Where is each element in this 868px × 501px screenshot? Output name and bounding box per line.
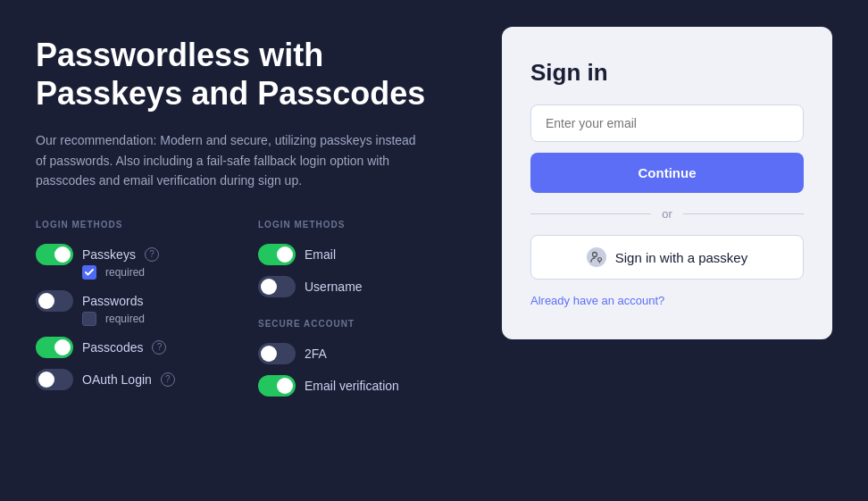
passkeys-required-label: required bbox=[105, 266, 145, 279]
passcodes-label: Passcodes bbox=[82, 340, 143, 355]
svg-point-0 bbox=[592, 253, 597, 257]
passkey-button[interactable]: Sign in with a passkey bbox=[530, 235, 804, 280]
passwords-group: Passwords required bbox=[36, 290, 244, 326]
oauth-label: OAuth Login bbox=[82, 372, 152, 387]
sign-in-title: Sign in bbox=[530, 59, 804, 87]
or-divider: or bbox=[530, 207, 804, 221]
2fa-toggle[interactable] bbox=[258, 343, 296, 364]
oauth-toggle[interactable] bbox=[36, 369, 73, 390]
continue-button[interactable]: Continue bbox=[530, 153, 804, 193]
email-verification-toggle[interactable] bbox=[258, 375, 296, 397]
passcodes-row: Passcodes ? bbox=[36, 337, 244, 358]
passwords-required-checkbox[interactable] bbox=[82, 312, 96, 326]
right-panel: Sign in Continue or Sign in with a p bbox=[502, 27, 832, 339]
email-label: Email bbox=[305, 247, 336, 262]
section-label-2: LOGIN METHODS bbox=[258, 220, 466, 230]
passcodes-help-icon[interactable]: ? bbox=[152, 340, 166, 355]
left-panel: Passwordless with Passkeys and Passcodes… bbox=[36, 27, 466, 397]
passkey-button-label: Sign in with a passkey bbox=[615, 250, 747, 265]
already-account-link[interactable]: Already have an account? bbox=[530, 294, 804, 307]
secure-account-label: SECURE ACCOUNT bbox=[258, 319, 466, 329]
login-methods-section-1: LOGIN METHODS Passkeys ? required bbox=[36, 220, 244, 397]
email-verification-label: Email verification bbox=[305, 379, 399, 393]
passkey-icon bbox=[587, 247, 606, 267]
email-input[interactable] bbox=[530, 104, 804, 142]
passcodes-toggle[interactable] bbox=[36, 337, 73, 358]
passkeys-label: Passkeys bbox=[82, 247, 136, 262]
page-layout: Passwordless with Passkeys and Passcodes… bbox=[36, 27, 832, 397]
passkeys-help-icon[interactable]: ? bbox=[145, 247, 159, 262]
username-row: Username bbox=[258, 276, 466, 297]
email-verification-row: Email verification bbox=[258, 375, 466, 397]
divider-line-left bbox=[530, 213, 651, 214]
description: Our recommendation: Modern and secure, u… bbox=[36, 130, 429, 190]
username-label: Username bbox=[305, 280, 363, 294]
passwords-row: Passwords bbox=[36, 290, 244, 312]
login-methods-grid: LOGIN METHODS Passkeys ? required bbox=[36, 220, 466, 397]
passkeys-group: Passkeys ? required bbox=[36, 244, 244, 280]
main-title: Passwordless with Passkeys and Passcodes bbox=[36, 36, 466, 113]
divider-line-right bbox=[683, 213, 804, 214]
passkeys-toggle[interactable] bbox=[36, 244, 73, 265]
2fa-row: 2FA bbox=[258, 343, 466, 364]
username-toggle[interactable] bbox=[258, 276, 296, 297]
oauth-help-icon[interactable]: ? bbox=[161, 372, 175, 387]
email-row: Email bbox=[258, 244, 466, 265]
login-methods-section-2: LOGIN METHODS Email Username SECURE ACCO… bbox=[258, 220, 466, 397]
section-label-1: LOGIN METHODS bbox=[36, 220, 244, 230]
passkeys-required-checkbox[interactable] bbox=[82, 265, 96, 280]
passwords-label: Passwords bbox=[82, 294, 143, 308]
passwords-sub-row: required bbox=[82, 312, 244, 326]
or-text: or bbox=[662, 207, 672, 221]
email-toggle[interactable] bbox=[258, 244, 296, 265]
2fa-label: 2FA bbox=[305, 347, 327, 361]
passwords-required-label: required bbox=[105, 313, 145, 325]
oauth-row: OAuth Login ? bbox=[36, 369, 244, 390]
passkeys-row: Passkeys ? bbox=[36, 244, 244, 265]
svg-point-1 bbox=[597, 258, 601, 262]
sign-in-card: Sign in Continue or Sign in with a p bbox=[502, 27, 832, 339]
passkeys-sub-row: required bbox=[82, 265, 244, 280]
passwords-toggle[interactable] bbox=[36, 290, 73, 312]
